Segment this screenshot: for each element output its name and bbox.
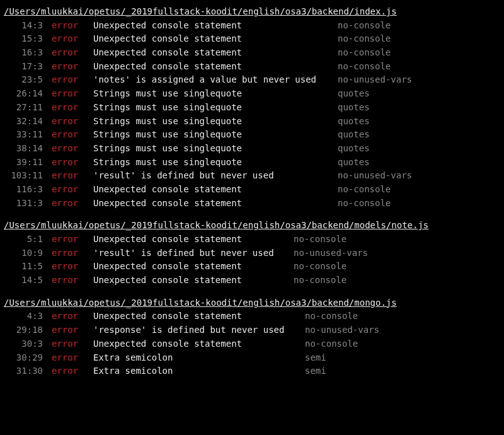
separator xyxy=(43,101,52,115)
lint-row: 14:5 error Unexpected console statementn… xyxy=(0,274,504,287)
line-col: 4:3 xyxy=(4,310,43,323)
lint-row: 4:3 error Unexpected console statementno… xyxy=(0,310,504,323)
line-col: 38:14 xyxy=(4,142,43,156)
line-col: 32:14 xyxy=(4,115,43,129)
message-wrap: Unexpected console statement xyxy=(93,32,326,46)
lint-row: 38:14 error Strings must use singlequote… xyxy=(0,142,504,156)
message-wrap: Strings must use singlequote xyxy=(93,142,326,156)
message-wrap: Unexpected console statement xyxy=(93,310,294,323)
line-col: 10:9 xyxy=(4,246,43,260)
rule-id: quotes xyxy=(326,115,370,129)
separator xyxy=(43,246,52,260)
separator xyxy=(84,310,93,323)
separator xyxy=(84,169,93,183)
severity: error xyxy=(52,32,84,46)
separator xyxy=(84,246,93,260)
severity: error xyxy=(52,87,84,101)
lint-row: 32:14 error Strings must use singlequote… xyxy=(0,115,504,129)
message-wrap: Strings must use singlequote xyxy=(93,128,326,142)
rule-id: semi xyxy=(294,351,326,365)
lint-row: 16:3 error Unexpected console statementn… xyxy=(0,46,504,60)
separator xyxy=(84,142,93,156)
line-col: 116:3 xyxy=(4,183,43,197)
severity: error xyxy=(52,274,84,287)
severity: error xyxy=(52,183,84,197)
severity: error xyxy=(52,142,84,156)
lint-message: Unexpected console statement xyxy=(93,197,242,211)
separator xyxy=(43,128,52,142)
rule-id: no-console xyxy=(326,32,391,46)
lint-message: 'result' is defined but never used xyxy=(93,169,274,183)
lint-message: 'response' is defined but never used xyxy=(93,323,284,337)
lint-row: 11:5 error Unexpected console statementn… xyxy=(0,260,504,274)
separator xyxy=(84,73,93,87)
file-path: /Users/mluukkai/opetus/_2019fullstack-ko… xyxy=(0,5,504,19)
message-wrap: Unexpected console statement xyxy=(93,46,326,60)
severity: error xyxy=(52,197,84,211)
rule-id: no-console xyxy=(282,233,346,246)
line-col: 30:29 xyxy=(4,351,43,365)
separator xyxy=(43,32,52,46)
rule-id: no-console xyxy=(294,310,358,323)
lint-message: Unexpected console statement xyxy=(93,274,242,287)
separator xyxy=(84,101,93,115)
line-col: 5:1 xyxy=(4,233,43,246)
separator xyxy=(43,19,52,33)
separator xyxy=(84,46,93,60)
message-wrap: Strings must use singlequote xyxy=(93,87,326,101)
separator xyxy=(43,115,52,129)
separator xyxy=(84,115,93,129)
separator xyxy=(43,87,52,101)
severity: error xyxy=(52,46,84,60)
separator xyxy=(43,183,52,197)
lint-message: Unexpected console statement xyxy=(93,60,242,74)
line-col: 15:3 xyxy=(4,32,43,46)
severity: error xyxy=(52,128,84,142)
rule-id: quotes xyxy=(326,87,370,101)
severity: error xyxy=(52,101,84,115)
lint-row: 23:5 error 'notes' is assigned a value b… xyxy=(0,73,504,87)
separator xyxy=(43,197,52,211)
message-wrap: 'notes' is assigned a value but never us… xyxy=(93,73,326,87)
separator xyxy=(43,46,52,60)
rule-id: no-unused-vars xyxy=(326,169,412,183)
line-col: 27:11 xyxy=(4,101,43,115)
separator xyxy=(84,364,93,378)
message-wrap: 'result' is defined but never used xyxy=(93,169,326,183)
separator xyxy=(43,73,52,87)
lint-row: 26:14 error Strings must use singlequote… xyxy=(0,87,504,101)
message-wrap: Unexpected console statement xyxy=(93,197,326,211)
separator xyxy=(43,260,52,274)
separator xyxy=(84,156,93,170)
lint-row: 14:3 error Unexpected console statementn… xyxy=(0,19,504,33)
lint-message: Strings must use singlequote xyxy=(93,87,242,101)
lint-message: 'notes' is assigned a value but never us… xyxy=(93,73,316,87)
lint-row: 29:18 error 'response' is defined but ne… xyxy=(0,323,504,337)
separator xyxy=(84,197,93,211)
separator xyxy=(84,274,93,287)
severity: error xyxy=(52,337,84,351)
message-wrap: Extra semicolon xyxy=(93,351,294,365)
lint-row: 10:9 error 'result' is defined but never… xyxy=(0,246,504,260)
separator xyxy=(43,233,52,246)
rule-id: no-console xyxy=(326,197,391,211)
severity: error xyxy=(52,364,84,378)
severity: error xyxy=(52,169,84,183)
severity: error xyxy=(52,115,84,129)
lint-message: Strings must use singlequote xyxy=(93,128,242,142)
lint-row: 5:1 error Unexpected console statementno… xyxy=(0,233,504,246)
lint-row: 30:29 error Extra semicolonsemi xyxy=(0,351,504,365)
line-col: 103:11 xyxy=(4,169,43,183)
rule-id: quotes xyxy=(326,101,370,115)
separator xyxy=(84,60,93,74)
message-wrap: Strings must use singlequote xyxy=(93,101,326,115)
message-wrap: 'response' is defined but never used xyxy=(93,323,294,337)
rule-id: semi xyxy=(294,364,326,378)
line-col: 33:11 xyxy=(4,128,43,142)
severity: error xyxy=(52,73,84,87)
message-wrap: Unexpected console statement xyxy=(93,19,326,33)
separator xyxy=(43,274,52,287)
lint-message: Strings must use singlequote xyxy=(93,156,242,170)
lint-message: Unexpected console statement xyxy=(93,233,242,246)
separator xyxy=(43,310,52,323)
